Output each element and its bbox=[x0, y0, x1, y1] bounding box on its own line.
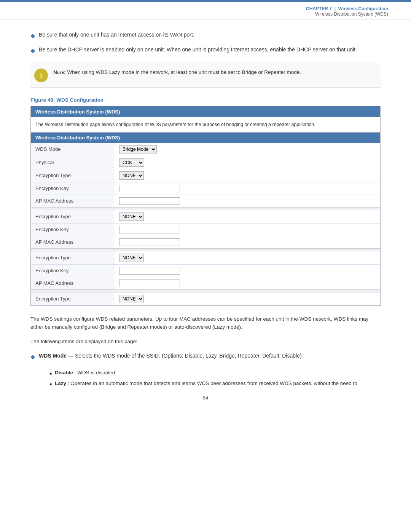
group-separator-2 bbox=[31, 207, 380, 210]
value-enc-key-2[interactable] bbox=[115, 223, 380, 236]
wds-group-2: Encryption Type NONE WEP WPA Encryption … bbox=[31, 210, 380, 248]
value-ap-mac-3[interactable] bbox=[115, 277, 380, 289]
wds-title-bar: Wireless Distribution System (WDS) bbox=[31, 106, 380, 117]
enc-type-2-select[interactable]: NONE WEP WPA bbox=[119, 212, 144, 221]
wds-mode-desc: — Selects the WDS mode of the SSID. (Opt… bbox=[68, 353, 302, 359]
bullet-item-2: ◆ Be sure the DHCP server is enabled onl… bbox=[30, 46, 381, 55]
value-physical[interactable]: CCK OFDM bbox=[115, 156, 380, 169]
value-enc-key-3[interactable] bbox=[115, 264, 380, 277]
sub-bullets-list: ■ Disable : WDS is disabled. ■ Lazy : Op… bbox=[49, 369, 381, 388]
table-row-enc-type-1: Encryption Type NONE WEP WPA bbox=[31, 169, 380, 182]
value-enc-type-3[interactable]: NONE WEP WPA bbox=[115, 251, 380, 265]
sub-bullet-disable-text: Disable : WDS is disabled. bbox=[55, 369, 116, 377]
table-row-ap-mac-1: AP MAC Address bbox=[31, 195, 380, 207]
label-enc-key-1: Encryption Key bbox=[31, 182, 115, 195]
main-bullet-wds-mode-text: WDS Mode — Selects the WDS mode of the S… bbox=[39, 352, 302, 360]
label-wds-mode: WDS Mode bbox=[31, 143, 115, 156]
bullet-text-2: Be sure the DHCP server is enabled only … bbox=[39, 46, 357, 54]
sub-sq-icon-2: ■ bbox=[49, 381, 52, 387]
note-label: Note: bbox=[53, 69, 66, 75]
note-icon: i bbox=[34, 69, 48, 82]
figure-label: Figure 48: WDS Configuration bbox=[30, 97, 381, 103]
label-enc-type-3: Encryption Type bbox=[31, 251, 115, 265]
lazy-bold: Lazy bbox=[55, 380, 66, 386]
group-separator-3 bbox=[31, 248, 380, 251]
sub-bullet-lazy-text: Lazy : Operates in an automatic mode tha… bbox=[55, 380, 357, 387]
disable-desc: : WDS is disabled. bbox=[75, 370, 116, 375]
group-separator-4 bbox=[31, 289, 380, 292]
enc-type-4-select[interactable]: NONE WEP WPA bbox=[119, 295, 144, 303]
note-text: Note: When using WDS Lazy mode in the ne… bbox=[53, 69, 301, 76]
wds-mode-bold: WDS Mode bbox=[39, 353, 67, 359]
wds-group-1: Encryption Type NONE WEP WPA Encryption … bbox=[31, 169, 380, 207]
note-box: i Note: When using WDS Lazy mode in the … bbox=[30, 63, 381, 88]
ap-mac-1-input[interactable] bbox=[119, 197, 180, 205]
separator: | bbox=[335, 6, 336, 11]
bullet-text-1: Be sure that only one unit has an Intern… bbox=[39, 31, 194, 39]
label-enc-key-2: Encryption Key bbox=[31, 223, 115, 236]
value-enc-type-1[interactable]: NONE WEP WPA bbox=[115, 169, 380, 182]
label-enc-type-2: Encryption Type bbox=[31, 210, 115, 224]
wds-mode-select[interactable]: Disable Lazy Bridge Mode Repeater bbox=[119, 145, 157, 153]
value-enc-type-2[interactable]: NONE WEP WPA bbox=[115, 210, 380, 224]
wds-description: The Wireless Distribution page allows co… bbox=[31, 117, 380, 133]
value-enc-key-1[interactable] bbox=[115, 182, 380, 195]
sub-bullet-lazy: ■ Lazy : Operates in an automatic mode t… bbox=[49, 380, 381, 387]
chapter-label: CHAPTER bbox=[306, 6, 328, 11]
table-row-enc-key-3: Encryption Key bbox=[31, 264, 380, 277]
ap-mac-3-input[interactable] bbox=[119, 280, 180, 287]
wds-section-title: Wireless Distribution System (WDS) bbox=[31, 133, 380, 143]
chapter-title: Wireless Configuration bbox=[338, 6, 388, 11]
table-row-wds-mode: WDS Mode Disable Lazy Bridge Mode Repeat… bbox=[31, 143, 380, 156]
label-enc-type-1: Encryption Type bbox=[31, 169, 115, 182]
physical-select[interactable]: CCK OFDM bbox=[119, 158, 144, 167]
table-row-ap-mac-2: AP MAC Address bbox=[31, 236, 380, 248]
lazy-desc: : Operates in an automatic mode that det… bbox=[68, 380, 357, 386]
bullet-diamond-icon-2: ◆ bbox=[30, 46, 35, 55]
table-row-enc-type-4: Encryption Type NONE WEP WPA bbox=[31, 292, 380, 305]
wds-group-3: Encryption Type NONE WEP WPA Encryption … bbox=[31, 251, 380, 289]
table-row-ap-mac-3: AP MAC Address bbox=[31, 277, 380, 289]
sub-bullet-disable: ■ Disable : WDS is disabled. bbox=[49, 369, 381, 377]
table-row-physical: Physical CCK OFDM bbox=[31, 156, 380, 169]
chapter-title-line: CHAPTER 7 | Wireless Configuration bbox=[23, 6, 388, 11]
enc-key-1-input[interactable] bbox=[119, 185, 180, 192]
enc-key-2-input[interactable] bbox=[119, 226, 180, 233]
main-bullets-list: ◆ WDS Mode — Selects the WDS mode of the… bbox=[30, 352, 381, 361]
page-number: – 84 – bbox=[30, 395, 381, 401]
enc-key-3-input[interactable] bbox=[119, 267, 180, 275]
table-row-enc-key-1: Encryption Key bbox=[31, 182, 380, 195]
chapter-subtitle: Wireless Distribution System (WDS) bbox=[23, 11, 388, 17]
table-row-enc-type-2: Encryption Type NONE WEP WPA bbox=[31, 210, 380, 224]
sub-sq-icon-1: ■ bbox=[49, 371, 52, 376]
chapter-number: 7 bbox=[329, 6, 332, 11]
label-enc-key-3: Encryption Key bbox=[31, 264, 115, 277]
ap-mac-2-input[interactable] bbox=[119, 238, 180, 246]
note-content: When using WDS Lazy mode in the network,… bbox=[67, 69, 301, 75]
desc-para-1: The WDS settings configure WDS related p… bbox=[30, 315, 381, 331]
chapter-header: CHAPTER 7 | Wireless Configuration Wirel… bbox=[0, 2, 411, 19]
value-wds-mode[interactable]: Disable Lazy Bridge Mode Repeater bbox=[115, 143, 380, 156]
enc-type-3-select[interactable]: NONE WEP WPA bbox=[119, 254, 144, 262]
bullet-diamond-icon-3: ◆ bbox=[30, 352, 35, 361]
value-ap-mac-1[interactable] bbox=[115, 195, 380, 207]
label-enc-type-4: Encryption Type bbox=[31, 292, 115, 305]
value-ap-mac-2[interactable] bbox=[115, 236, 380, 248]
label-ap-mac-3: AP MAC Address bbox=[31, 277, 115, 289]
enc-type-1-select[interactable]: NONE WEP WPA bbox=[119, 171, 144, 180]
bullet-item-1: ◆ Be sure that only one unit has an Inte… bbox=[30, 31, 381, 40]
label-ap-mac-1: AP MAC Address bbox=[31, 195, 115, 207]
wds-main-table: WDS Mode Disable Lazy Bridge Mode Repeat… bbox=[31, 143, 380, 169]
table-row-enc-type-3: Encryption Type NONE WEP WPA bbox=[31, 251, 380, 265]
bullet-diamond-icon: ◆ bbox=[30, 31, 35, 40]
table-row-enc-key-2: Encryption Key bbox=[31, 223, 380, 236]
desc-para-2: The following items are displayed on thi… bbox=[30, 337, 381, 346]
value-enc-type-4[interactable]: NONE WEP WPA bbox=[115, 292, 380, 305]
label-ap-mac-2: AP MAC Address bbox=[31, 236, 115, 248]
main-bullet-wds-mode: ◆ WDS Mode — Selects the WDS mode of the… bbox=[30, 352, 381, 361]
main-content: ◆ Be sure that only one unit has an Inte… bbox=[0, 19, 411, 416]
wds-configuration-table: Wireless Distribution System (WDS) The W… bbox=[30, 106, 381, 306]
label-physical: Physical bbox=[31, 156, 115, 169]
wds-group-4: Encryption Type NONE WEP WPA bbox=[31, 292, 380, 305]
disable-bold: Disable bbox=[55, 370, 73, 375]
